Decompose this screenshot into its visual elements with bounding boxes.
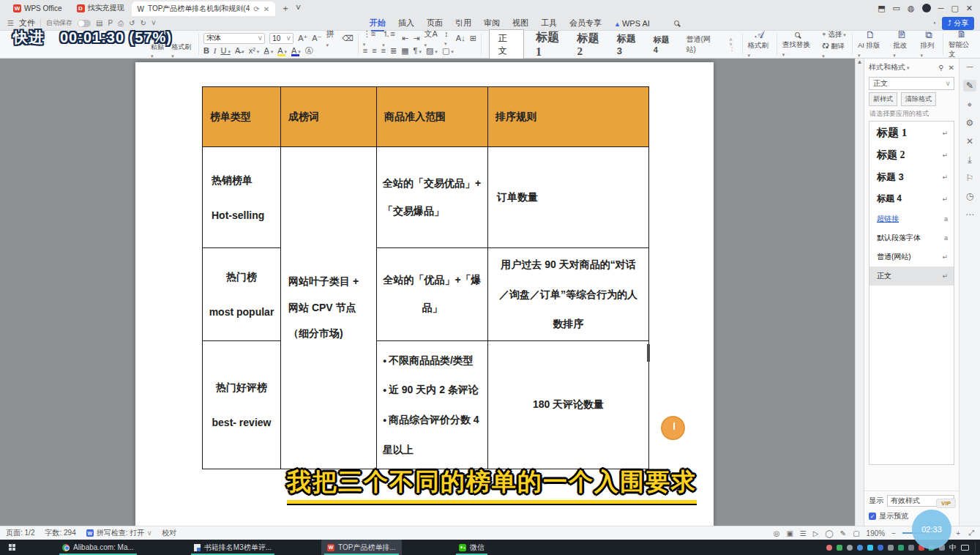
- close-panel-icon[interactable]: ✕: [949, 64, 954, 72]
- show-marks-icon[interactable]: ⊞: [470, 34, 476, 43]
- bold-button[interactable]: B: [203, 46, 209, 55]
- minimize-button[interactable]: ─: [938, 4, 944, 12]
- proofread-tool[interactable]: 🖹 批改: [888, 31, 915, 58]
- cell-rule[interactable]: 180 天评论数量: [488, 341, 649, 469]
- more-chevron-icon[interactable]: ˅: [152, 19, 156, 27]
- tray-icon-browser[interactable]: [857, 545, 863, 551]
- italic-button[interactable]: I: [214, 46, 217, 55]
- edit-pen-icon[interactable]: ✎: [963, 80, 976, 92]
- fit-page-icon[interactable]: ▢: [853, 529, 859, 537]
- align-left-icon[interactable]: ≡: [363, 46, 367, 55]
- user-avatar[interactable]: [922, 4, 931, 12]
- style-item-heading3[interactable]: 标题 3↵: [869, 166, 954, 188]
- ai-typeset-tool[interactable]: 🗋 AI 排版: [853, 31, 888, 58]
- save-icon[interactable]: ▤: [96, 19, 102, 27]
- tab-page[interactable]: 页面: [427, 18, 443, 29]
- tray-icon-clip[interactable]: [888, 545, 894, 551]
- clear-format-icon[interactable]: ⌫: [342, 34, 354, 43]
- tab-reference[interactable]: 引用: [455, 18, 471, 29]
- style-item-body-selected[interactable]: 正文↵: [869, 267, 954, 286]
- zoom-out-button[interactable]: −: [891, 529, 896, 537]
- fullscreen-icon[interactable]: ⤢: [968, 529, 974, 537]
- word-count[interactable]: 字数: 294: [45, 528, 75, 538]
- page-indicator[interactable]: 页面: 1/2: [6, 528, 34, 538]
- tab-document-2[interactable]: D 找实充提现: [70, 0, 132, 16]
- tab-review[interactable]: 审阅: [484, 18, 500, 29]
- preview-checkbox[interactable]: ✓: [869, 513, 876, 520]
- cell-scope-bullets[interactable]: 不限商品品类/类型 近 90 天内 2 条评论 商品综合评价分数 4 星以上: [377, 341, 488, 469]
- taskbar-app-wechat[interactable]: 微信: [453, 540, 490, 555]
- tab-tools[interactable]: 工具: [541, 18, 557, 29]
- tab-list-chevron-icon[interactable]: ˅: [296, 3, 301, 13]
- style-heading-2[interactable]: 标题 2: [577, 31, 605, 58]
- style-item-default-font[interactable]: 默认段落字体a: [869, 228, 954, 247]
- zoom-in-button[interactable]: ＋: [954, 528, 962, 538]
- font-color-button[interactable]: A: [291, 46, 301, 55]
- justify-icon[interactable]: ≣: [390, 46, 397, 56]
- header-cell[interactable]: 商品准入范围: [377, 87, 488, 147]
- shrink-font-icon[interactable]: A⁻: [312, 34, 321, 43]
- highlight-color-button[interactable]: A: [277, 46, 287, 55]
- tab-wps-ai[interactable]: ▲WPS AI: [614, 19, 650, 28]
- border-icon[interactable]: ▢: [442, 46, 454, 56]
- web-view-icon[interactable]: ◯: [826, 529, 834, 537]
- export-pdf-icon[interactable]: P: [108, 19, 113, 27]
- cell-rule[interactable]: 用户过去 90 天对商品的“对话／询盘／订单”等综合行为的人数排序: [488, 248, 649, 341]
- tab-insert[interactable]: 插入: [398, 18, 414, 29]
- style-heading-1[interactable]: 标题 1: [536, 30, 566, 59]
- shading-icon[interactable]: ▨: [426, 46, 438, 56]
- underline-button[interactable]: U: [221, 46, 231, 55]
- tab-home[interactable]: 开始: [370, 18, 386, 29]
- style-item-normal-web[interactable]: 普通(网站)↵: [869, 247, 954, 267]
- cell-scope[interactable]: 全站的「交易优品」+ 「交易爆品」: [377, 147, 488, 248]
- outline-view-icon[interactable]: ☰: [800, 529, 807, 537]
- taskbar-app-wps-active[interactable]: W TOP产品榜单排...: [321, 540, 402, 555]
- file-menu[interactable]: 文件: [19, 18, 35, 29]
- cell-list-word-merged[interactable]: 网站叶子类目 + 网站 CPV 节点（细分市场): [281, 147, 377, 469]
- restore-button[interactable]: ▢: [951, 4, 958, 13]
- cell-list-type[interactable]: 热门榜 most popular: [203, 248, 281, 341]
- autosave-toggle[interactable]: [78, 20, 91, 27]
- gallery-scroll-arrows[interactable]: ˄˅⋮: [730, 38, 735, 51]
- cell-list-type[interactable]: 热销榜单 Hot-selling: [203, 147, 281, 248]
- launch-icon[interactable]: ⬒: [878, 4, 885, 13]
- paragraph-mark-icon[interactable]: ¶: [414, 46, 422, 55]
- align-center-icon[interactable]: ≡: [372, 46, 376, 55]
- close-button[interactable]: ✕: [966, 4, 973, 13]
- style-heading-4[interactable]: 标题 4: [654, 34, 675, 54]
- clear-format-button[interactable]: 清除格式: [901, 92, 936, 106]
- select-box-icon[interactable]: ⌖: [968, 100, 973, 110]
- increase-indent-icon[interactable]: ⇥: [413, 34, 419, 43]
- theme-icon[interactable]: ◍: [908, 4, 915, 13]
- strikethrough-button[interactable]: A̶: [235, 46, 244, 55]
- translate-tool[interactable]: 🗘 翻译: [822, 42, 848, 59]
- new-tab-button[interactable]: ＋: [281, 2, 290, 15]
- new-style-button[interactable]: 新样式: [869, 92, 897, 106]
- close-tools-icon[interactable]: ✕: [966, 136, 973, 146]
- select-tool[interactable]: ⌖ 选择: [822, 30, 848, 40]
- font-size-select[interactable]: 10˅: [269, 33, 293, 44]
- start-button[interactable]: [9, 544, 15, 551]
- eye-protect-icon[interactable]: ◎: [774, 529, 780, 537]
- tab-membership[interactable]: 会员专享: [569, 18, 602, 29]
- tab-document-active[interactable]: W TOP产品榜单排名机制和规则(4 ⟳ ✕: [132, 1, 276, 16]
- header-cell[interactable]: 成榜词: [281, 87, 377, 147]
- display-icon[interactable]: [961, 545, 969, 551]
- cell-list-type[interactable]: 热门好评榜 best- review: [203, 341, 281, 469]
- header-cell[interactable]: 排序规则: [488, 87, 649, 147]
- zoom-level[interactable]: 190%: [867, 529, 886, 537]
- decrease-indent-icon[interactable]: ⇤: [402, 34, 408, 43]
- history-clock-icon[interactable]: ◷: [966, 191, 973, 201]
- cell-rule[interactable]: 订单数量: [488, 147, 649, 248]
- arrange-tool[interactable]: ⧉ 排列: [916, 31, 943, 58]
- proofread-status[interactable]: 校对: [162, 528, 176, 538]
- style-item-heading4[interactable]: 标题 4↵: [869, 188, 954, 209]
- smart-doc-tool[interactable]: 🗎 智能公文: [943, 31, 980, 58]
- tray-icon-green[interactable]: [898, 545, 904, 551]
- style-normal[interactable]: 正文: [489, 29, 524, 60]
- hamburger-icon[interactable]: ☰: [7, 19, 14, 27]
- recording-timer-bubble[interactable]: 02:33: [912, 510, 951, 549]
- find-replace-tool[interactable]: 查找替换: [777, 31, 818, 58]
- page-view-icon[interactable]: ▣: [786, 529, 793, 537]
- grow-font-icon[interactable]: A⁺: [298, 34, 307, 43]
